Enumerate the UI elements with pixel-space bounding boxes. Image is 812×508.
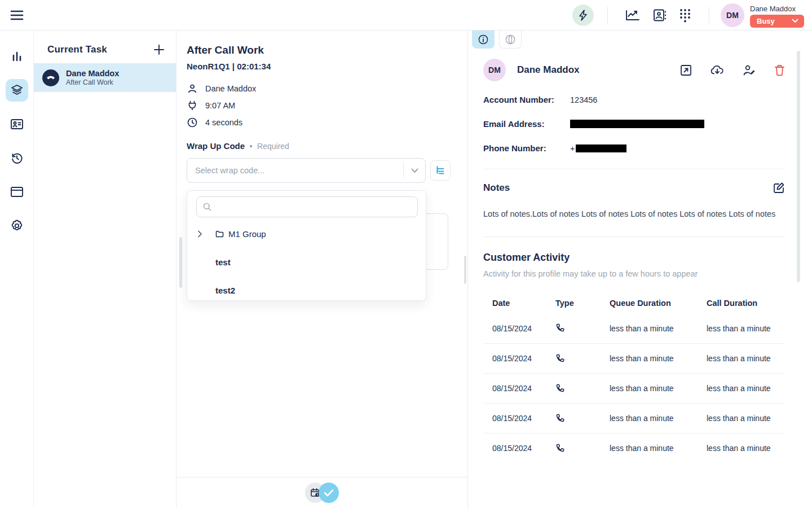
nav-settings[interactable] bbox=[0, 209, 34, 243]
chevron-right-icon[interactable] bbox=[197, 230, 210, 238]
complete-task-button[interactable] bbox=[319, 483, 339, 503]
activity-date: 08/15/2024 bbox=[492, 414, 555, 423]
account-number-label: Account Number: bbox=[483, 95, 570, 104]
left-nav-rail bbox=[0, 30, 34, 508]
account-number-value: 123456 bbox=[570, 95, 597, 104]
customer-activity-subtitle: Activity for this profile may take up to… bbox=[483, 269, 785, 278]
delete-contact-button[interactable] bbox=[774, 64, 785, 76]
nav-contacts[interactable] bbox=[0, 107, 34, 141]
contact-card-icon bbox=[6, 113, 28, 135]
activity-queue-duration: less than a minute bbox=[610, 414, 707, 423]
tab-info[interactable] bbox=[472, 30, 495, 49]
history-icon bbox=[6, 147, 28, 169]
dropdown-search[interactable] bbox=[196, 196, 418, 217]
wrapup-select[interactable]: Select wrap code... bbox=[187, 158, 426, 183]
activity-table-row[interactable]: 08/15/2024 less than a minute less than … bbox=[483, 403, 785, 433]
activity-date: 08/15/2024 bbox=[492, 444, 555, 453]
start-time-row: 9:07 AM bbox=[187, 100, 467, 111]
check-icon bbox=[324, 489, 334, 497]
download-profile-button[interactable] bbox=[710, 64, 724, 76]
wrapup-label: Wrap Up Code bbox=[187, 141, 245, 151]
contacts-book-icon[interactable] bbox=[652, 8, 667, 22]
profile-actions bbox=[680, 64, 785, 76]
window-icon bbox=[6, 181, 28, 203]
contact-name-row: Dane Maddox bbox=[187, 84, 467, 94]
user-name: Dane Maddox bbox=[750, 5, 796, 13]
edit-contact-button[interactable] bbox=[743, 64, 756, 76]
plug-icon bbox=[187, 100, 198, 111]
phone-handset-icon bbox=[46, 73, 55, 82]
search-icon bbox=[203, 203, 211, 211]
wrapup-group-option[interactable]: M1 Group bbox=[187, 222, 426, 246]
power-dialer-button[interactable] bbox=[572, 5, 594, 26]
profile-fields: Account Number: 123456 Email Address: Ph… bbox=[483, 95, 812, 153]
wrapup-option[interactable]: test2 bbox=[187, 278, 426, 302]
activity-table-row[interactable]: 08/15/2024 less than a minute less than … bbox=[483, 373, 785, 403]
phone-prefix: + bbox=[570, 144, 575, 153]
nav-tasks[interactable] bbox=[0, 73, 34, 107]
profile-tabs bbox=[468, 30, 812, 49]
activity-queue-duration: less than a minute bbox=[610, 444, 707, 453]
nav-reporting[interactable] bbox=[0, 40, 34, 73]
redacted-phone-value bbox=[576, 144, 626, 152]
tree-view-button[interactable] bbox=[430, 160, 451, 181]
status-label: Busy bbox=[757, 17, 775, 25]
activity-queue-duration: less than a minute bbox=[610, 384, 707, 393]
layers-icon bbox=[6, 79, 28, 102]
divider bbox=[483, 237, 785, 237]
task-campaign-timer: NeonR1Q1 | 02:01:34 bbox=[187, 62, 467, 71]
gear-icon bbox=[6, 214, 28, 237]
user-avatar[interactable]: DM bbox=[721, 3, 744, 27]
task-list-item[interactable]: Dane Maddox After Call Work bbox=[34, 63, 176, 92]
scrollbar-thumb[interactable] bbox=[179, 237, 182, 288]
call-avatar bbox=[42, 69, 59, 86]
analytics-chart-icon[interactable] bbox=[625, 8, 640, 22]
wrapup-group-label: M1 Group bbox=[228, 229, 266, 239]
phone-call-icon bbox=[555, 444, 610, 453]
info-icon bbox=[478, 34, 489, 45]
task-detail-panel: After Call Work NeonR1Q1 | 02:01:34 Dane… bbox=[176, 30, 467, 508]
lightning-icon bbox=[578, 10, 588, 21]
activity-table-row[interactable]: 08/15/2024 less than a minute less than … bbox=[483, 343, 785, 373]
scrollbar-thumb[interactable] bbox=[797, 51, 800, 282]
topbar-right-cluster: DM Dane Maddox Busy bbox=[572, 0, 804, 30]
tab-ai-summary[interactable] bbox=[499, 30, 522, 49]
edit-notes-button[interactable] bbox=[773, 182, 785, 194]
activity-call-duration: less than a minute bbox=[707, 354, 785, 363]
activity-table-row[interactable]: 08/15/2024 less than a minute less than … bbox=[483, 433, 785, 463]
chevron-down-icon[interactable] bbox=[404, 168, 425, 173]
cloud-download-icon bbox=[710, 64, 724, 76]
folder-icon bbox=[215, 230, 224, 238]
col-type: Type bbox=[555, 299, 610, 308]
edit-pencil-icon bbox=[773, 182, 785, 194]
add-task-button[interactable] bbox=[153, 44, 165, 55]
email-label: Email Address: bbox=[483, 119, 570, 129]
task-footer bbox=[176, 477, 467, 508]
person-icon bbox=[187, 84, 198, 94]
dropdown-search-input[interactable] bbox=[216, 197, 417, 217]
hamburger-menu-icon[interactable] bbox=[10, 8, 24, 23]
tree-list-icon bbox=[435, 165, 445, 176]
phone-row: Phone Number: + bbox=[483, 143, 812, 153]
status-dropdown-button[interactable]: Busy bbox=[750, 15, 804, 28]
start-time: 9:07 AM bbox=[205, 101, 235, 110]
wrapup-option[interactable]: test bbox=[187, 250, 426, 274]
trash-icon bbox=[774, 64, 785, 76]
activity-table: Date Type Queue Duration Call Duration 0… bbox=[483, 293, 785, 463]
email-row: Email Address: bbox=[483, 119, 812, 129]
task-title: After Call Work bbox=[187, 44, 467, 56]
activity-queue-duration: less than a minute bbox=[610, 324, 707, 333]
phone-call-icon bbox=[555, 384, 610, 393]
topbar-divider bbox=[709, 7, 709, 24]
dialpad-icon[interactable] bbox=[679, 8, 691, 23]
nav-browser[interactable] bbox=[0, 175, 34, 209]
duration-value: 4 seconds bbox=[205, 118, 242, 127]
activity-queue-duration: less than a minute bbox=[610, 354, 707, 363]
open-external-button[interactable] bbox=[680, 64, 692, 76]
customer-activity-title: Customer Activity bbox=[483, 252, 785, 264]
divider bbox=[483, 169, 785, 169]
phone-label: Phone Number: bbox=[483, 143, 570, 153]
nav-history[interactable] bbox=[0, 141, 34, 175]
scrollbar-thumb[interactable] bbox=[464, 256, 466, 284]
activity-table-row[interactable]: 08/15/2024 less than a minute less than … bbox=[483, 313, 785, 343]
